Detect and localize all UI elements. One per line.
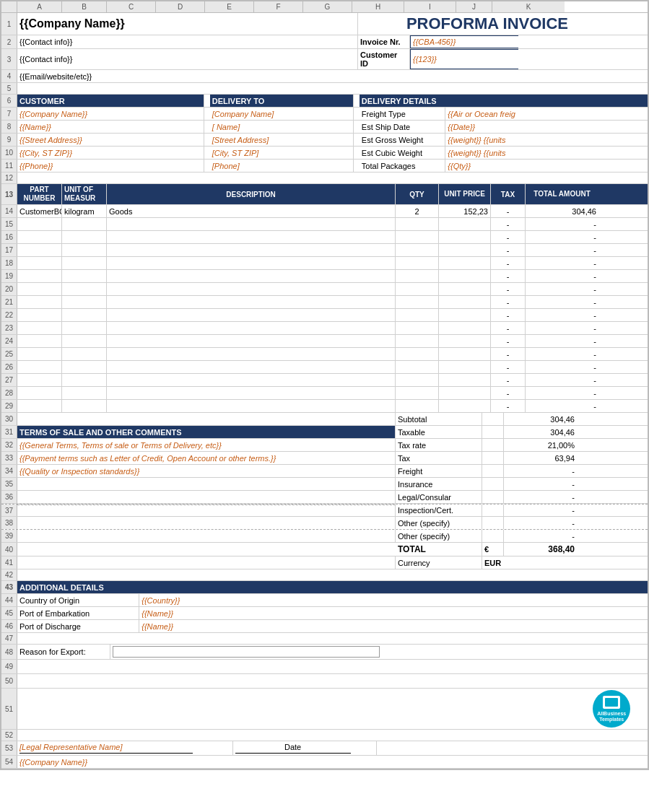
table-row-27: 27 - - — [1, 374, 648, 387]
rn-33: 33 — [1, 452, 17, 464]
terms-line3-cell: {{Quality or Inspection standards}} — [17, 465, 396, 477]
row-11: 11 {{Phone}} [Phone] Total Packages {{Qt… — [1, 160, 648, 173]
row27-unit — [62, 374, 107, 386]
rn-16: 16 — [1, 231, 17, 243]
company-name: {{Company Name}} — [19, 17, 125, 30]
table-row-28: 28 - - — [1, 387, 648, 400]
col-h-header: H — [352, 1, 404, 12]
row-34: 34 {{Quality or Inspection standards}} F… — [1, 465, 648, 478]
row21-part — [17, 296, 62, 308]
invoice-nr-val-cell: {{CBA-456}} — [410, 35, 518, 48]
reason-input-cell[interactable] — [110, 645, 648, 659]
row26-desc — [107, 361, 396, 373]
freight-type-label: Freight Type — [362, 110, 406, 118]
row17-qty — [396, 244, 439, 256]
port-discharge-val: {{Name}} — [141, 622, 173, 631]
reason-for-export-input[interactable] — [113, 646, 380, 658]
row21-price — [439, 296, 491, 308]
legal-val-cell: - — [504, 491, 577, 503]
sig-name-cell: [Legal Representative Name] — [17, 741, 233, 755]
port-embark-val: {{Name}} — [141, 609, 173, 618]
row29-desc — [107, 400, 396, 412]
rn-19: 19 — [1, 270, 17, 282]
insurance-label: Insurance — [398, 480, 432, 489]
row28-price — [439, 387, 491, 399]
country-origin-label: Country of Origin — [19, 596, 79, 605]
rn-44: 44 — [1, 594, 17, 606]
rn-23: 23 — [1, 322, 17, 334]
row-48: 48 Reason for Export: — [1, 645, 648, 660]
row-36: 36 Legal/Consular - — [1, 491, 648, 504]
taxrate-label-cell: Tax rate — [396, 439, 482, 451]
row18-total: - — [526, 257, 598, 269]
col-d-header: D — [156, 1, 205, 12]
cust-name-cell: {{Name}} — [17, 121, 204, 133]
row-53: 53 [Legal Representative Name] Date — [1, 741, 648, 756]
col-header-row: A B C D E F G H I J K — [1, 1, 648, 13]
row-39: 39 Other (specify) - — [1, 530, 648, 543]
terms-line3: {{Quality or Inspection standards}} — [19, 467, 139, 476]
email: {{Email/website/etc}} — [19, 72, 92, 81]
table-row-17: 17 - - — [1, 244, 648, 257]
rn-27: 27 — [1, 374, 17, 386]
row20-part — [17, 283, 62, 295]
cust-company: {{Company Name}} — [19, 110, 87, 118]
legal-label-cell: Legal/Consular — [396, 491, 482, 503]
row-7: 7 {{Company Name}} [Company Name] Freigh… — [1, 108, 648, 121]
rn-50: 50 — [1, 674, 17, 688]
row39-spacer — [17, 530, 396, 542]
packages-label: Total Packages — [362, 162, 416, 170]
row23-desc — [107, 322, 396, 334]
row20-desc — [107, 283, 396, 295]
rn-43: 43 — [1, 581, 17, 593]
other2-currency-cell — [482, 530, 504, 542]
th-description-label: DESCRIPTION — [226, 191, 275, 198]
row22-total: - — [526, 309, 598, 321]
th-total-amount: TOTAL AMOUNT — [526, 184, 598, 204]
logo-screen-icon — [603, 696, 620, 709]
del-city: [City, ST ZIP] — [212, 149, 259, 157]
del-street-cell: [Street Address] — [210, 134, 354, 146]
rn-10: 10 — [1, 147, 17, 159]
row26-unit — [62, 361, 107, 373]
row-44: 44 Country of Origin {{Country}} — [1, 594, 648, 607]
row17-price — [439, 244, 491, 256]
row-47: 47 — [1, 633, 648, 645]
freight-type-label-cell: Freight Type — [360, 108, 445, 120]
row21-desc — [107, 296, 396, 308]
row19-qty — [396, 270, 439, 282]
del-company-cell: [Company Name] — [210, 108, 354, 120]
row-4: 4 {{Email/website/etc}} — [1, 70, 648, 83]
rn-42: 42 — [1, 569, 17, 580]
rn-18: 18 — [1, 257, 17, 269]
invoice-nr-label: Invoice Nr. — [360, 38, 401, 46]
inspection-label: Inspection/Cert. — [398, 506, 453, 515]
total-val: 368,40 — [548, 544, 575, 554]
col-i-header: I — [404, 1, 456, 12]
row14-desc: Goods — [107, 205, 396, 217]
del-phone-cell: [Phone] — [210, 160, 354, 172]
rn-35: 35 — [1, 478, 17, 490]
row25-total: - — [526, 348, 598, 360]
invoice-nr-val: {{CBA-456}} — [413, 38, 456, 46]
row24-tax: - — [491, 335, 526, 347]
row25-desc — [107, 348, 396, 360]
cust-city: {{City, ST ZIP}} — [19, 149, 72, 157]
delivery-to-header-label: DELIVERY TO — [212, 97, 265, 105]
del-company: [Company Name] — [212, 110, 274, 118]
row18-desc — [107, 257, 396, 269]
email-cell: {{Email/website/etc}} — [17, 70, 648, 82]
currency-label: Currency — [398, 559, 430, 567]
subtotal-label-cell: Subtotal — [396, 413, 482, 425]
row21-unit — [62, 296, 107, 308]
row-40-total: 40 TOTAL € 368,40 — [1, 543, 648, 556]
table-body: 14 CustomerBC kilogram Goods 2 152,23 - … — [1, 205, 648, 413]
terms-line2-cell: {{Payment terms such as Letter of Credit… — [17, 452, 396, 464]
delivery-to-section-header: DELIVERY TO — [210, 95, 354, 107]
row23-total: - — [526, 322, 598, 334]
row19-part — [17, 270, 62, 282]
row29-total: - — [526, 400, 598, 412]
row17-part — [17, 244, 62, 256]
sig-line: [Legal Representative Name] — [19, 743, 193, 754]
legal-label: Legal/Consular — [398, 493, 451, 502]
